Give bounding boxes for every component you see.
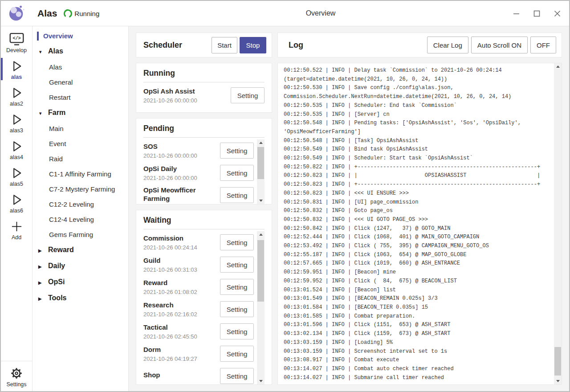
task-name: OpSi Daily (143, 164, 220, 173)
pending-panel: Pending SOS 2021-10-26 00:00:00 Setting (136, 118, 272, 204)
nav-item[interactable]: Reward (33, 245, 128, 255)
rail-item-label: Add (1, 234, 32, 241)
play-icon (1, 85, 32, 100)
clear-log-button[interactable]: Clear Log (427, 37, 468, 53)
log-scrollbar[interactable] (554, 63, 562, 384)
scrollbar-thumb[interactable] (554, 347, 561, 376)
log-line: 00:13:01.524 | INFO | [Beacon] list (284, 286, 553, 295)
task-setting-button[interactable]: Setting (220, 187, 254, 203)
nav-item[interactable]: Tools (33, 294, 128, 303)
rail-item-settings[interactable]: Settings (1, 361, 32, 391)
task-setting-button[interactable]: Setting (220, 323, 254, 339)
log-line: 00:12:50.832 | INFO | Goto page_os (284, 207, 553, 216)
nav-item[interactable]: C12-4 Leveling (33, 215, 128, 224)
minimize-button[interactable] (512, 9, 520, 17)
nav-item-label: C12-4 Leveling (49, 216, 94, 223)
running-spinner-icon (63, 8, 73, 19)
nav-item[interactable]: General (33, 78, 128, 87)
rail-item-add[interactable]: Add (1, 216, 32, 243)
play-icon (1, 112, 32, 127)
log-line: 00:12:50.522 | INFO | Delay task `Commis… (284, 66, 553, 84)
nav-item[interactable]: Farm (33, 108, 128, 118)
svg-text:</>: </> (12, 36, 20, 41)
task-setting-button[interactable]: Setting (231, 87, 265, 103)
nav-item[interactable]: Raid (33, 155, 128, 163)
nav-arrow-icon (38, 294, 48, 303)
stop-button[interactable]: Stop (240, 37, 266, 53)
rail-item-develop[interactable]: </> Develop (1, 29, 32, 56)
log-column: Log Clear Log Auto Scroll ON OFF 00:12:5… (277, 33, 562, 385)
play-icon (1, 165, 32, 180)
task-setting-button[interactable]: Setting (220, 346, 254, 362)
scrollbar-thumb[interactable] (257, 147, 264, 179)
nav-arrow-icon (38, 262, 48, 271)
log-line: 00:13:01.549 | INFO | [BEACON_REMAIN 0.0… (284, 294, 553, 303)
waiting-title: Waiting (143, 216, 265, 229)
waiting-scrollbar[interactable] (257, 231, 265, 384)
task-setting-button[interactable]: Setting (220, 165, 254, 181)
nav-item-label: Main (49, 125, 64, 132)
scheduler-column: Scheduler Start Stop Running OpSi Ash As… (136, 33, 272, 385)
scrollbar-thumb[interactable] (257, 240, 264, 302)
task-next-run-time: 2021-10-26 02:45:50 (143, 334, 220, 340)
nav-item[interactable]: Overview (33, 32, 128, 41)
rail-instance[interactable]: alas6 (1, 189, 32, 216)
nav-item[interactable]: Alas (33, 63, 128, 72)
nav-item[interactable]: OpSi (33, 278, 128, 287)
rail-instance-label: alas6 (1, 208, 32, 214)
rail-instance[interactable]: alas3 (1, 109, 32, 136)
plus-icon (1, 219, 32, 234)
nav-arrow-icon (38, 109, 48, 118)
scheduler-panel: Scheduler Start Stop (136, 33, 272, 57)
maximize-button[interactable] (533, 9, 541, 17)
scroll-down-icon[interactable] (554, 378, 562, 384)
nav-item[interactable]: Gems Farming (33, 230, 128, 239)
auto-scroll-off-button[interactable]: OFF (530, 37, 556, 53)
task-setting-button[interactable]: Setting (220, 301, 254, 317)
close-button[interactable] (553, 9, 561, 17)
task-row: Reward 2021-10-26 01:08:02 Setting (143, 276, 254, 298)
nav-item[interactable]: Alas (33, 47, 128, 57)
pending-scrollbar[interactable] (257, 139, 265, 204)
scroll-up-icon[interactable] (554, 63, 562, 70)
rail-instance[interactable]: alas4 (1, 136, 32, 163)
rail-instance[interactable]: alas2 (1, 82, 32, 109)
auto-scroll-on-button[interactable]: Auto Scroll ON (471, 37, 528, 53)
nav-arrow-icon (38, 48, 48, 57)
log-panel-header: Log Clear Log Auto Scroll ON OFF (277, 33, 562, 57)
log-line: 00:13:03.159 | INFO | [Loading] 5% (284, 339, 553, 347)
scroll-down-icon[interactable] (257, 378, 265, 384)
scroll-up-icon[interactable] (257, 231, 265, 238)
nav-item[interactable]: C1-1 Affinity Farming (33, 170, 128, 179)
pending-title: Pending (143, 124, 265, 138)
log-line: 00:12:50.832 | INFO | <<< UI GOTO PAGE_O… (284, 216, 553, 225)
nav-item[interactable]: Restart (33, 93, 128, 102)
task-name: Tactical (143, 323, 220, 331)
nav-item[interactable]: Event (33, 139, 128, 148)
play-icon (1, 139, 32, 154)
task-info: Dorm 2021-10-26 04:19:27 (143, 345, 220, 362)
nav-item[interactable]: C12-2 Leveling (33, 200, 128, 209)
task-setting-button[interactable]: Setting (220, 368, 254, 384)
rail-instance[interactable]: alas5 (1, 163, 32, 189)
log-line: 00:12:50.549 | INFO | Scheduler: Start t… (284, 154, 553, 163)
rail-instance[interactable]: alas (1, 56, 32, 82)
log-line: 00:12:50.548 | INFO | [Task] OpsiAshAssi… (284, 137, 553, 146)
task-next-run-time: 2021-10-26 01:08:02 (143, 289, 220, 295)
task-setting-button[interactable]: Setting (220, 234, 254, 250)
task-setting-button[interactable]: Setting (220, 143, 254, 159)
scroll-up-icon[interactable] (257, 139, 265, 146)
scroll-down-icon[interactable] (257, 197, 265, 204)
nav-item[interactable]: Daily (33, 261, 128, 271)
start-button[interactable]: Start (212, 37, 237, 53)
waiting-task-list: Commission 2021-10-26 00:24:14 Setting G… (143, 231, 254, 384)
waiting-panel: Waiting Commission 2021-10-26 00:24:14 S… (136, 210, 272, 385)
log-line: 00:13:03.159 | INFO | Screenshot interva… (284, 347, 553, 356)
task-setting-button[interactable]: Setting (220, 257, 254, 273)
nav-item[interactable]: C7-2 Mystery Farming (33, 185, 128, 194)
task-name: Dorm (143, 345, 220, 354)
gear-icon (1, 366, 32, 381)
app-window: Alas Running Overview (0, 0, 570, 392)
task-setting-button[interactable]: Setting (220, 279, 254, 295)
nav-item[interactable]: Main (33, 124, 128, 133)
